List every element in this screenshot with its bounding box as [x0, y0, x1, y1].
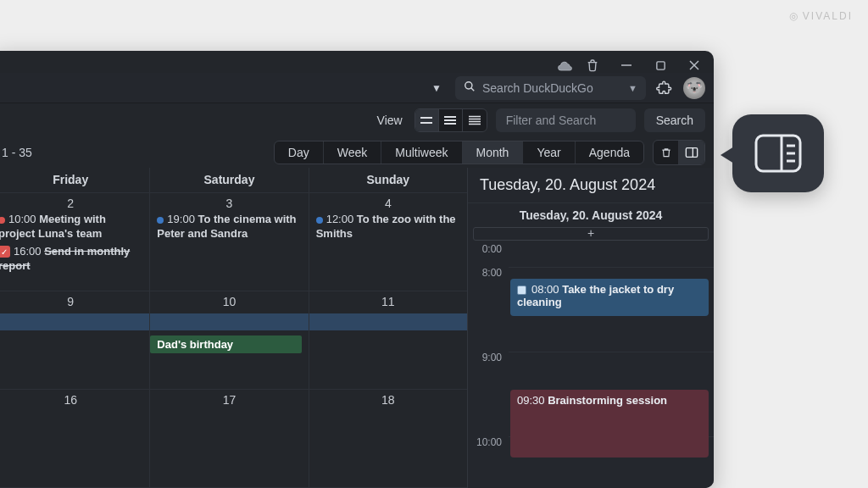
- event-color-dot: [0, 217, 5, 224]
- panel-split-icon[interactable]: [679, 141, 704, 164]
- range-agenda[interactable]: Agenda: [576, 141, 643, 164]
- event-color-dot: [316, 217, 323, 224]
- event-time: 09:30: [517, 394, 548, 407]
- maximize-button[interactable]: [653, 58, 668, 73]
- event-time: 10:00: [8, 213, 39, 225]
- day-number: 11: [314, 295, 462, 308]
- event-time: 16:00: [14, 245, 44, 258]
- timeline-event[interactable]: 08:00 Take the jacket to dry cleaning: [510, 279, 709, 316]
- svg-rect-1: [656, 61, 664, 69]
- panel-toggle-group: [653, 140, 705, 165]
- day-cell[interactable]: 17: [150, 390, 309, 487]
- weekday-header: Friday: [0, 168, 150, 192]
- day-cell[interactable]: 11: [309, 291, 467, 389]
- multi-day-event-bar[interactable]: [0, 313, 150, 330]
- day-number: 3: [155, 197, 303, 210]
- calendar-range-row: 1 - 35 DayWeekMultiweekMonthYearAgenda: [0, 137, 714, 168]
- address-dropdown-icon[interactable]: ▼: [426, 82, 447, 94]
- range-day[interactable]: Day: [275, 141, 324, 164]
- task-done-checkbox[interactable]: ✓: [0, 246, 10, 258]
- close-button[interactable]: [687, 58, 702, 73]
- view-label: View: [377, 114, 403, 127]
- event-marker-icon: [517, 286, 526, 295]
- calendar-body: FridaySaturdaySunday 210:00 Meeting with…: [0, 168, 714, 488]
- add-event-button[interactable]: +: [473, 227, 709, 241]
- calendar-event[interactable]: 12:00 To the zoo with the Smiths: [314, 212, 462, 242]
- day-number: 10: [155, 295, 303, 308]
- day-cell[interactable]: 18: [309, 390, 467, 487]
- trash-icon[interactable]: [585, 58, 600, 73]
- month-grid: 210:00 Meeting with project Luna's team✓…: [0, 193, 467, 488]
- extensions-icon[interactable]: [654, 78, 675, 98]
- time-label: 8:00: [468, 267, 509, 279]
- svg-line-5: [471, 88, 475, 92]
- search-icon: [464, 80, 476, 95]
- weekday-header: Sunday: [309, 168, 467, 192]
- day-cell[interactable]: 16: [0, 390, 150, 487]
- time-slot[interactable]: [509, 243, 714, 267]
- app-window: ▼ Search DuckDuckGo ▼ 🐨 View Se: [0, 51, 714, 488]
- day-cell[interactable]: 9: [0, 291, 150, 389]
- multi-day-event-bar[interactable]: [150, 313, 309, 330]
- search-engine-field[interactable]: Search DuckDuckGo ▼: [455, 76, 646, 100]
- cloud-sync-icon[interactable]: [558, 58, 573, 73]
- week-row: 161718: [0, 390, 467, 488]
- week-row: 910Dad's birthday11: [0, 291, 467, 390]
- density-full-icon[interactable]: [463, 109, 487, 131]
- day-cell[interactable]: 210:00 Meeting with project Luna's team✓…: [0, 193, 150, 291]
- event-title: Brainstorming session: [548, 394, 667, 407]
- density-toggle-group: [415, 108, 487, 132]
- day-cell[interactable]: 412:00 To the zoo with the Smiths: [309, 193, 467, 291]
- brand-label: ◎VIVALDI: [789, 10, 853, 22]
- day-number: 4: [314, 197, 462, 210]
- day-number: 17: [155, 393, 303, 407]
- time-row: 0:00: [468, 243, 714, 267]
- time-label: 10:00: [468, 436, 509, 448]
- range-year[interactable]: Year: [523, 141, 575, 164]
- svg-rect-15: [686, 148, 697, 158]
- chevron-down-icon[interactable]: ▼: [628, 83, 637, 93]
- multi-day-event-bar[interactable]: [309, 313, 467, 330]
- day-cell[interactable]: 319:00 To the cinema with Peter and Sand…: [150, 193, 309, 291]
- range-multiweek[interactable]: Multiweek: [381, 141, 462, 164]
- search-engine-placeholder: Search DuckDuckGo: [482, 81, 593, 95]
- event-time: 19:00: [167, 213, 198, 225]
- details-header: Tuesday, 20. August 2024: [468, 168, 714, 203]
- day-number: 16: [0, 393, 144, 407]
- brand-icon: ◎: [789, 10, 799, 22]
- search-button[interactable]: Search: [644, 108, 705, 132]
- range-week[interactable]: Week: [324, 141, 382, 164]
- timeline-event[interactable]: 09:30 Brainstorming session: [510, 390, 709, 458]
- svg-point-4: [465, 82, 472, 89]
- week-range-label: 1 - 35: [0, 146, 32, 159]
- day-number: 9: [0, 295, 144, 308]
- calendar-event[interactable]: 10:00 Meeting with project Luna's team: [0, 212, 144, 242]
- all-day-event[interactable]: Dad's birthday: [150, 336, 301, 353]
- calendar-toolbar: View Search: [0, 103, 714, 137]
- calendar-event[interactable]: ✓16:00 Send in monthly report: [0, 244, 144, 274]
- range-toggle-group: DayWeekMultiweekMonthYearAgenda: [274, 141, 644, 164]
- day-details-pane: Tuesday, 20. August 2024 Tuesday, 20. Au…: [468, 168, 714, 488]
- day-number: 18: [314, 393, 462, 407]
- density-medium-icon[interactable]: [439, 109, 463, 131]
- window-titlebar: [0, 51, 714, 73]
- details-subheader: Tuesday, 20. August 2024: [468, 203, 714, 227]
- day-cell[interactable]: 10Dad's birthday: [150, 291, 309, 389]
- event-time: 08:00: [531, 283, 562, 296]
- panel-callout-badge: [732, 114, 824, 192]
- weekday-header-row: FridaySaturdaySunday: [0, 168, 467, 193]
- panel-trash-icon[interactable]: [654, 141, 679, 164]
- minimize-button[interactable]: [619, 58, 634, 73]
- time-label: 0:00: [468, 243, 509, 255]
- time-label: 9:00: [468, 352, 509, 363]
- week-row: 210:00 Meeting with project Luna's team✓…: [0, 193, 467, 291]
- month-pane: FridaySaturdaySunday 210:00 Meeting with…: [0, 168, 468, 488]
- day-timeline[interactable]: 0:008:009:0010:0011:0008:00 Take the jac…: [468, 243, 714, 488]
- address-bar: ▼ Search DuckDuckGo ▼ 🐨: [0, 73, 714, 103]
- calendar-event[interactable]: 19:00 To the cinema with Peter and Sandr…: [155, 212, 303, 242]
- filter-search-input[interactable]: [496, 108, 636, 132]
- density-compact-icon[interactable]: [415, 109, 439, 131]
- range-month[interactable]: Month: [463, 141, 524, 164]
- event-time: 12:00: [326, 213, 357, 225]
- profile-avatar[interactable]: 🐨: [683, 77, 705, 99]
